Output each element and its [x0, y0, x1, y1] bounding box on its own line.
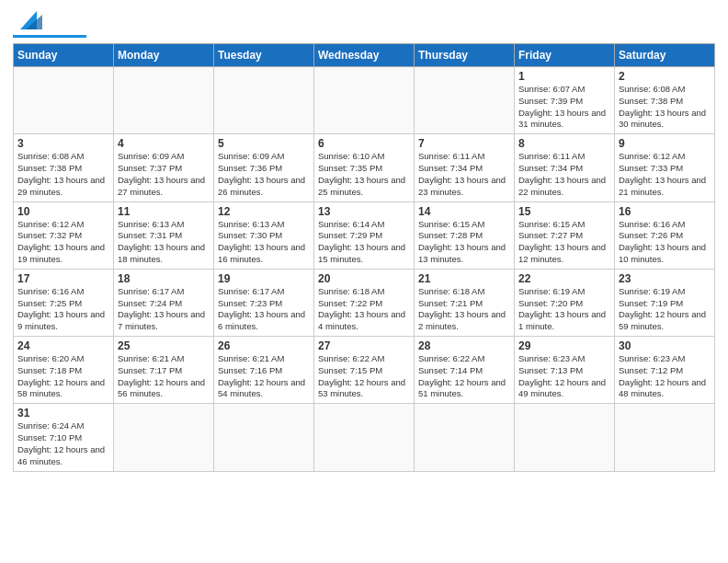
day-info: Sunrise: 6:13 AM Sunset: 7:31 PM Dayligh…	[118, 219, 210, 266]
weekday-sunday: Sunday	[14, 44, 114, 67]
calendar-cell	[314, 67, 415, 134]
calendar-cell: 5Sunrise: 6:09 AM Sunset: 7:36 PM Daylig…	[214, 134, 314, 201]
day-number: 10	[17, 205, 109, 218]
calendar-cell: 1Sunrise: 6:07 AM Sunset: 7:39 PM Daylig…	[515, 67, 615, 134]
calendar-cell: 15Sunrise: 6:15 AM Sunset: 7:27 PM Dayli…	[515, 201, 615, 269]
header	[13, 9, 715, 38]
day-info: Sunrise: 6:07 AM Sunset: 7:39 PM Dayligh…	[518, 84, 610, 131]
calendar-cell	[314, 404, 415, 471]
day-number: 20	[318, 272, 410, 285]
day-number: 1	[518, 70, 610, 83]
weekday-saturday: Saturday	[615, 44, 715, 67]
day-info: Sunrise: 6:10 AM Sunset: 7:35 PM Dayligh…	[318, 151, 410, 198]
day-info: Sunrise: 6:21 AM Sunset: 7:16 PM Dayligh…	[218, 353, 310, 400]
day-info: Sunrise: 6:16 AM Sunset: 7:26 PM Dayligh…	[619, 219, 711, 266]
weekday-header-row: SundayMondayTuesdayWednesdayThursdayFrid…	[14, 44, 715, 67]
day-info: Sunrise: 6:13 AM Sunset: 7:30 PM Dayligh…	[218, 219, 310, 266]
day-number: 12	[218, 205, 310, 218]
weekday-tuesday: Tuesday	[214, 44, 314, 67]
calendar-cell: 3Sunrise: 6:08 AM Sunset: 7:38 PM Daylig…	[14, 134, 114, 201]
calendar-cell: 19Sunrise: 6:17 AM Sunset: 7:23 PM Dayli…	[214, 269, 314, 336]
calendar-week-4: 17Sunrise: 6:16 AM Sunset: 7:25 PM Dayli…	[14, 269, 715, 336]
calendar-cell	[415, 67, 515, 134]
day-number: 18	[118, 272, 210, 285]
day-number: 25	[118, 339, 210, 352]
day-info: Sunrise: 6:22 AM Sunset: 7:15 PM Dayligh…	[318, 353, 410, 400]
day-number: 22	[518, 272, 610, 285]
day-number: 31	[17, 407, 109, 419]
day-info: Sunrise: 6:23 AM Sunset: 7:12 PM Dayligh…	[619, 353, 711, 400]
calendar-cell: 12Sunrise: 6:13 AM Sunset: 7:30 PM Dayli…	[214, 201, 314, 269]
logo-underline	[13, 35, 86, 38]
day-info: Sunrise: 6:11 AM Sunset: 7:34 PM Dayligh…	[518, 151, 610, 198]
calendar-cell	[14, 67, 114, 134]
calendar-cell: 13Sunrise: 6:14 AM Sunset: 7:29 PM Dayli…	[314, 201, 415, 269]
day-info: Sunrise: 6:09 AM Sunset: 7:36 PM Dayligh…	[218, 151, 310, 198]
day-info: Sunrise: 6:14 AM Sunset: 7:29 PM Dayligh…	[318, 219, 410, 266]
calendar-cell: 20Sunrise: 6:18 AM Sunset: 7:22 PM Dayli…	[314, 269, 415, 336]
day-number: 8	[518, 137, 610, 150]
calendar-cell	[114, 67, 214, 134]
day-number: 23	[619, 272, 711, 285]
logo	[13, 9, 86, 38]
weekday-monday: Monday	[114, 44, 214, 67]
calendar-week-6: 31Sunrise: 6:24 AM Sunset: 7:10 PM Dayli…	[14, 404, 715, 471]
calendar-cell	[214, 404, 314, 471]
calendar-cell: 7Sunrise: 6:11 AM Sunset: 7:34 PM Daylig…	[415, 134, 515, 201]
day-number: 7	[418, 137, 510, 150]
calendar-cell: 14Sunrise: 6:15 AM Sunset: 7:28 PM Dayli…	[415, 201, 515, 269]
day-info: Sunrise: 6:15 AM Sunset: 7:28 PM Dayligh…	[418, 219, 510, 266]
weekday-friday: Friday	[515, 44, 615, 67]
calendar-cell: 11Sunrise: 6:13 AM Sunset: 7:31 PM Dayli…	[114, 201, 214, 269]
calendar-week-2: 3Sunrise: 6:08 AM Sunset: 7:38 PM Daylig…	[14, 134, 715, 201]
calendar-body: 1Sunrise: 6:07 AM Sunset: 7:39 PM Daylig…	[14, 67, 715, 472]
calendar: SundayMondayTuesdayWednesdayThursdayFrid…	[13, 43, 715, 472]
day-info: Sunrise: 6:19 AM Sunset: 7:20 PM Dayligh…	[518, 286, 610, 333]
day-info: Sunrise: 6:18 AM Sunset: 7:21 PM Dayligh…	[418, 286, 510, 333]
calendar-cell: 6Sunrise: 6:10 AM Sunset: 7:35 PM Daylig…	[314, 134, 415, 201]
calendar-cell: 31Sunrise: 6:24 AM Sunset: 7:10 PM Dayli…	[14, 404, 114, 471]
calendar-cell	[415, 404, 515, 471]
calendar-cell: 18Sunrise: 6:17 AM Sunset: 7:24 PM Dayli…	[114, 269, 214, 336]
day-number: 29	[518, 339, 610, 352]
day-number: 4	[118, 137, 210, 150]
day-info: Sunrise: 6:23 AM Sunset: 7:13 PM Dayligh…	[518, 353, 610, 400]
calendar-week-5: 24Sunrise: 6:20 AM Sunset: 7:18 PM Dayli…	[14, 337, 715, 404]
calendar-cell	[515, 404, 615, 471]
calendar-cell: 17Sunrise: 6:16 AM Sunset: 7:25 PM Dayli…	[14, 269, 114, 336]
day-info: Sunrise: 6:16 AM Sunset: 7:25 PM Dayligh…	[17, 286, 109, 333]
weekday-thursday: Thursday	[415, 44, 515, 67]
calendar-cell: 24Sunrise: 6:20 AM Sunset: 7:18 PM Dayli…	[14, 337, 114, 404]
calendar-cell: 27Sunrise: 6:22 AM Sunset: 7:15 PM Dayli…	[314, 337, 415, 404]
calendar-cell	[114, 404, 214, 471]
calendar-cell: 9Sunrise: 6:12 AM Sunset: 7:33 PM Daylig…	[615, 134, 715, 201]
day-number: 2	[619, 70, 711, 83]
day-info: Sunrise: 6:17 AM Sunset: 7:24 PM Dayligh…	[118, 286, 210, 333]
day-number: 13	[318, 205, 410, 218]
day-info: Sunrise: 6:22 AM Sunset: 7:14 PM Dayligh…	[418, 353, 510, 400]
day-info: Sunrise: 6:21 AM Sunset: 7:17 PM Dayligh…	[118, 353, 210, 400]
day-info: Sunrise: 6:19 AM Sunset: 7:19 PM Dayligh…	[619, 286, 711, 333]
page: SundayMondayTuesdayWednesdayThursdayFrid…	[0, 0, 728, 481]
calendar-cell: 23Sunrise: 6:19 AM Sunset: 7:19 PM Dayli…	[615, 269, 715, 336]
day-info: Sunrise: 6:17 AM Sunset: 7:23 PM Dayligh…	[218, 286, 310, 333]
day-info: Sunrise: 6:18 AM Sunset: 7:22 PM Dayligh…	[318, 286, 410, 333]
day-info: Sunrise: 6:11 AM Sunset: 7:34 PM Dayligh…	[418, 151, 510, 198]
calendar-cell: 2Sunrise: 6:08 AM Sunset: 7:38 PM Daylig…	[615, 67, 715, 134]
day-info: Sunrise: 6:08 AM Sunset: 7:38 PM Dayligh…	[619, 84, 711, 131]
calendar-cell: 28Sunrise: 6:22 AM Sunset: 7:14 PM Dayli…	[415, 337, 515, 404]
day-info: Sunrise: 6:15 AM Sunset: 7:27 PM Dayligh…	[518, 219, 610, 266]
calendar-header: SundayMondayTuesdayWednesdayThursdayFrid…	[14, 44, 715, 67]
day-number: 15	[518, 205, 610, 218]
calendar-cell: 8Sunrise: 6:11 AM Sunset: 7:34 PM Daylig…	[515, 134, 615, 201]
day-number: 17	[17, 272, 109, 285]
calendar-cell: 26Sunrise: 6:21 AM Sunset: 7:16 PM Dayli…	[214, 337, 314, 404]
day-number: 3	[17, 137, 109, 150]
weekday-wednesday: Wednesday	[314, 44, 415, 67]
day-number: 19	[218, 272, 310, 285]
calendar-cell	[615, 404, 715, 471]
day-number: 6	[318, 137, 410, 150]
day-number: 28	[418, 339, 510, 352]
day-info: Sunrise: 6:08 AM Sunset: 7:38 PM Dayligh…	[17, 151, 109, 198]
calendar-cell: 10Sunrise: 6:12 AM Sunset: 7:32 PM Dayli…	[14, 201, 114, 269]
